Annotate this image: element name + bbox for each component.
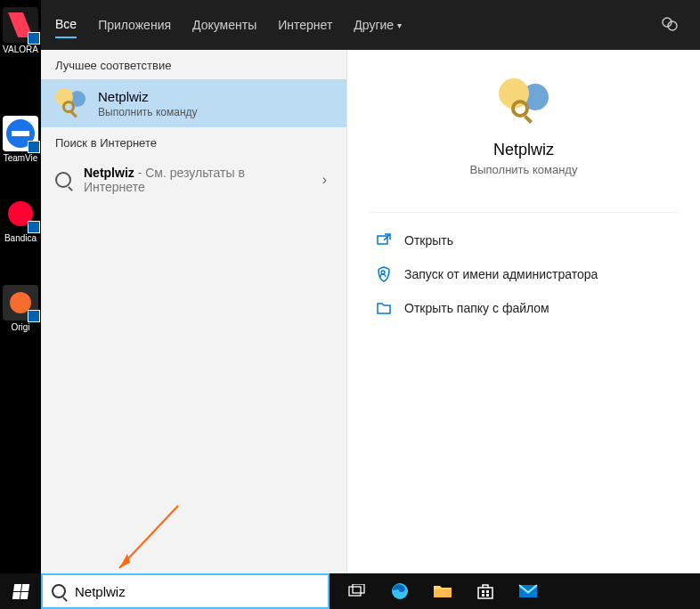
svg-rect-11 bbox=[482, 590, 484, 593]
shield-icon bbox=[376, 266, 392, 282]
search-content: Лучшее соответствие Netplwiz Выполнить к… bbox=[41, 50, 700, 573]
svg-rect-2 bbox=[378, 236, 387, 244]
search-scope-tabs: Все Приложения Документы Интернет Другие… bbox=[41, 0, 700, 50]
result-subtitle: Выполнить команду bbox=[98, 106, 198, 118]
tab-internet[interactable]: Интернет bbox=[278, 12, 332, 37]
tab-apps[interactable]: Приложения bbox=[98, 12, 171, 37]
preview-header: Netplwiz Выполнить команду bbox=[347, 78, 700, 176]
search-icon bbox=[55, 172, 71, 188]
chevron-right-icon[interactable]: › bbox=[317, 172, 332, 188]
desktop-icon-origin[interactable]: Origi bbox=[2, 285, 39, 332]
start-button[interactable] bbox=[0, 573, 41, 609]
web-query: Netplwiz bbox=[84, 166, 134, 180]
action-open-file-location[interactable]: Открыть папку с файлом bbox=[347, 291, 700, 325]
preview-subtitle: Выполнить команду bbox=[347, 163, 700, 176]
web-search-result[interactable]: Netplwiz - См. результаты в Интернете › bbox=[41, 157, 346, 203]
netplwiz-icon bbox=[499, 78, 549, 128]
taskbar-running-apps bbox=[338, 573, 547, 609]
preview-pane: Netplwiz Выполнить команду Открыть Запус… bbox=[346, 50, 700, 573]
desktop-icon-valorant[interactable]: VALORA bbox=[2, 7, 39, 54]
svg-rect-14 bbox=[486, 594, 489, 597]
divider bbox=[369, 212, 679, 213]
taskbar-search-box[interactable] bbox=[41, 573, 330, 609]
mail-icon[interactable] bbox=[509, 573, 547, 609]
tab-more[interactable]: Другие ▾ bbox=[354, 12, 402, 37]
desktop-icon-teamviewer[interactable]: TeamVie bbox=[2, 116, 39, 163]
chevron-down-icon: ▾ bbox=[397, 20, 402, 30]
search-input[interactable] bbox=[75, 584, 319, 599]
search-panel: Все Приложения Документы Интернет Другие… bbox=[41, 0, 700, 573]
desktop: VALORA TeamVie Bandica Origi bbox=[0, 0, 41, 573]
search-icon bbox=[52, 584, 66, 598]
svg-rect-13 bbox=[482, 594, 484, 597]
folder-icon bbox=[376, 300, 392, 316]
section-web: Поиск в Интернете bbox=[41, 127, 346, 157]
svg-rect-6 bbox=[349, 587, 361, 596]
tab-documents[interactable]: Документы bbox=[192, 12, 256, 37]
windows-icon bbox=[12, 584, 28, 599]
taskbar bbox=[0, 573, 700, 609]
results-list: Лучшее соответствие Netplwiz Выполнить к… bbox=[41, 50, 346, 573]
microsoft-store-icon[interactable] bbox=[467, 573, 504, 609]
svg-rect-7 bbox=[353, 584, 364, 593]
file-explorer-icon[interactable] bbox=[424, 573, 461, 609]
action-run-as-admin[interactable]: Запуск от имени администратора bbox=[347, 257, 700, 291]
desktop-icon-bandicam[interactable]: Bandica bbox=[2, 196, 39, 243]
netplwiz-icon bbox=[55, 88, 85, 118]
section-best-match: Лучшее соответствие bbox=[41, 50, 346, 79]
open-icon bbox=[376, 232, 392, 248]
preview-title: Netplwiz bbox=[347, 141, 700, 159]
svg-rect-10 bbox=[478, 588, 492, 598]
task-view-button[interactable] bbox=[338, 573, 376, 609]
action-open[interactable]: Открыть bbox=[347, 223, 700, 257]
tab-all[interactable]: Все bbox=[55, 12, 77, 38]
svg-rect-9 bbox=[434, 589, 452, 597]
svg-rect-12 bbox=[486, 590, 489, 593]
edge-icon[interactable] bbox=[381, 573, 419, 609]
result-title: Netplwiz bbox=[98, 89, 198, 104]
best-match-result[interactable]: Netplwiz Выполнить команду bbox=[41, 79, 346, 127]
feedback-icon[interactable] bbox=[661, 16, 679, 37]
